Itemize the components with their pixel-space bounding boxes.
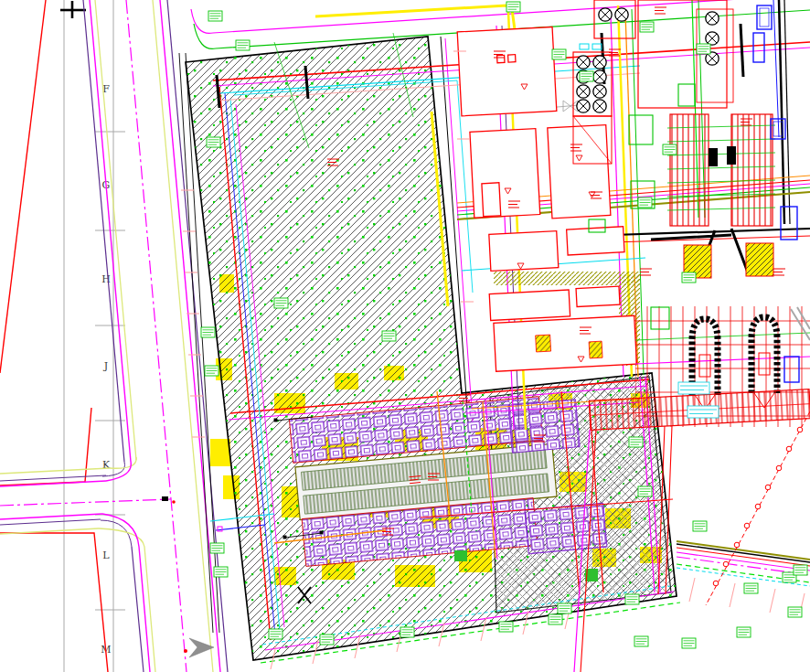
- branch-centerline: [0, 499, 171, 506]
- pipe-rack-towers: [651, 114, 775, 278]
- buildings: [457, 24, 636, 373]
- branch-road: [0, 468, 176, 534]
- road-centerline: [126, 0, 187, 672]
- cad-viewport: F G H J K L M: [0, 0, 810, 672]
- grid-letter-h: H: [101, 273, 111, 285]
- grid-letter-k: K: [102, 459, 111, 471]
- grid-reference: F G H J K L M: [60, 0, 125, 672]
- equipment-array-4: [525, 503, 607, 554]
- cad-site-plan-drawing: F G H J K L M: [0, 0, 810, 672]
- grid-letter-j: J: [103, 360, 108, 372]
- grid-letter-l: L: [102, 549, 110, 561]
